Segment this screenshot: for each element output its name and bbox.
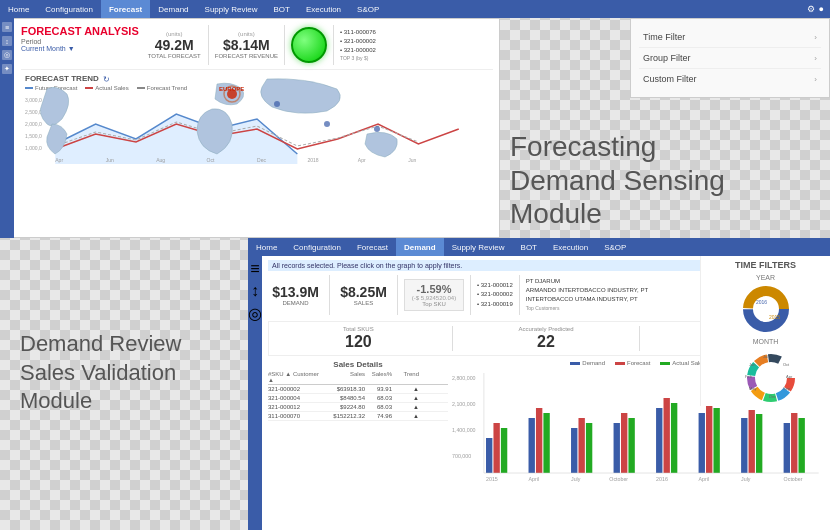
svg-text:2016: 2016 <box>756 299 767 305</box>
svg-rect-26 <box>486 438 492 473</box>
group-filter-item[interactable]: Group Filter › <box>639 48 821 69</box>
svg-text:Sep: Sep <box>783 386 791 391</box>
total-skus-value: 120 <box>273 333 444 351</box>
tool-icon-4[interactable]: ✦ <box>2 64 12 74</box>
svg-text:July: July <box>741 476 751 482</box>
tool-icon-2[interactable]: ↕ <box>2 36 12 46</box>
custom-filter-arrow: › <box>814 75 817 84</box>
change-value: -1.59% <box>410 283 458 295</box>
bottom-nav-forecast[interactable]: Forecast <box>349 238 396 256</box>
settings-icon[interactable]: ⚙ <box>807 4 815 14</box>
svg-rect-47 <box>784 423 790 473</box>
svg-text:2015: 2015 <box>486 476 498 482</box>
svg-rect-43 <box>713 408 719 473</box>
svg-rect-31 <box>543 413 549 473</box>
bottom-navigation: Home Configuration Forecast Demand Suppl… <box>248 238 830 256</box>
svg-text:April: April <box>699 476 710 482</box>
side-toolbar: ≡ ↕ ◎ ✦ <box>0 18 14 238</box>
svg-text:2,800,000: 2,800,000 <box>452 375 476 381</box>
demand-tool-3[interactable]: ◎ <box>248 304 262 323</box>
total-forecast-value: 49.2M <box>147 37 202 53</box>
svg-text:Oct: Oct <box>783 362 790 367</box>
bottom-nav-saop[interactable]: S&OP <box>596 238 634 256</box>
forecast-title: FORECAST ANALYSIS <box>21 25 139 38</box>
month-donut-chart[interactable]: Oct Apr Sep Dec May Feb Jun Jul <box>741 348 791 398</box>
svg-rect-46 <box>756 414 762 473</box>
svg-rect-32 <box>571 428 577 473</box>
forecasting-module-label: Forecasting Demand Sensing Module <box>510 130 725 231</box>
status-indicator <box>291 27 327 63</box>
demand-sidebar: ≡ ↕ ◎ <box>248 256 262 530</box>
bottom-nav-supply[interactable]: Supply Review <box>444 238 513 256</box>
month-filter-label: MONTH <box>705 338 826 345</box>
nav-demand[interactable]: Demand <box>150 0 196 18</box>
accurately-predicted-value: 22 <box>461 333 632 351</box>
svg-rect-48 <box>791 413 797 473</box>
custom-filter-item[interactable]: Custom Filter › <box>639 69 821 89</box>
demand-review-label: Demand Review Sales Validation Module <box>20 330 181 416</box>
svg-text:Jul: Jul <box>763 354 768 359</box>
forecast-period-label: Period <box>21 38 139 45</box>
svg-text:2016: 2016 <box>656 476 668 482</box>
time-filters-title: TIME FILTERS <box>705 260 826 270</box>
svg-point-17 <box>274 101 280 107</box>
bottom-nav-home[interactable]: Home <box>248 238 285 256</box>
bottom-nav-bot[interactable]: BOT <box>513 238 545 256</box>
forecast-revenue-value: $8.14M <box>215 37 278 53</box>
nav-supply-review[interactable]: Supply Review <box>197 0 266 18</box>
svg-rect-38 <box>656 408 662 473</box>
svg-text:Feb: Feb <box>745 374 753 379</box>
svg-rect-49 <box>798 418 804 473</box>
svg-text:1,400,000: 1,400,000 <box>452 427 476 433</box>
nav-configuration[interactable]: Configuration <box>37 0 101 18</box>
nav-home[interactable]: Home <box>0 0 37 18</box>
world-map: EUROPE <box>15 69 499 189</box>
table-row: 321-000012 $9224.80 68.03 ▲ <box>268 403 448 412</box>
svg-text:October: October <box>784 476 803 482</box>
demand-value: $13.9M <box>268 284 323 300</box>
svg-text:April: April <box>529 476 540 482</box>
svg-text:July: July <box>571 476 581 482</box>
demand-stat-demand: $13.9M DEMAND <box>268 284 323 306</box>
svg-rect-37 <box>628 418 634 473</box>
change-box: -1.59% (-$ 5,924520.04) Top SKU <box>404 279 464 311</box>
time-filters-panel: TIME FILTERS YEAR 2016 2015 MONTH Oct Ap… <box>700 256 830 406</box>
svg-point-18 <box>324 121 330 127</box>
bottom-nav-execution[interactable]: Execution <box>545 238 596 256</box>
tool-icon-3[interactable]: ◎ <box>2 50 12 60</box>
top-sku-list: • 311-000076 • 321-000002 • 321-000002 T… <box>340 28 376 63</box>
table-row: 321-000002 $63918.30 93.91 ▲ <box>268 385 448 394</box>
bottom-nav-demand[interactable]: Demand <box>396 238 444 256</box>
user-icon[interactable]: ● <box>819 4 824 14</box>
svg-text:Dec: Dec <box>769 394 776 399</box>
svg-rect-41 <box>699 413 705 473</box>
sales-table-header: #SKU ▲ Customer ▲ Sales Sales% Trend <box>268 371 448 385</box>
svg-text:700,000: 700,000 <box>452 453 471 459</box>
svg-text:May: May <box>749 386 757 391</box>
svg-rect-29 <box>529 418 535 473</box>
nav-saop[interactable]: S&OP <box>349 0 387 18</box>
total-skus-metric: Total SKUS 120 <box>273 326 444 351</box>
svg-rect-35 <box>614 423 620 473</box>
demand-tool-2[interactable]: ↕ <box>251 282 259 300</box>
svg-rect-27 <box>493 423 499 473</box>
svg-text:Jun: Jun <box>749 362 755 367</box>
svg-rect-45 <box>749 410 755 473</box>
tool-icon-1[interactable]: ≡ <box>2 22 12 32</box>
forecast-panel: FORECAST ANALYSIS Period Current Month ▼… <box>0 18 500 238</box>
bottom-nav-configuration[interactable]: Configuration <box>285 238 349 256</box>
nav-forecast[interactable]: Forecast <box>101 0 150 18</box>
demand-tool-1[interactable]: ≡ <box>250 260 259 278</box>
svg-rect-36 <box>621 413 627 473</box>
svg-text:2015: 2015 <box>769 314 780 320</box>
sales-value: $8.25M <box>336 284 391 300</box>
forecast-period-select[interactable]: Current Month ▼ <box>21 45 139 52</box>
nav-execution[interactable]: Execution <box>298 0 349 18</box>
nav-bot[interactable]: BOT <box>265 0 297 18</box>
svg-rect-42 <box>706 403 712 473</box>
top-navigation: Home Configuration Forecast Demand Suppl… <box>0 0 830 18</box>
year-donut-chart[interactable]: 2016 2015 <box>741 284 791 334</box>
svg-rect-28 <box>501 428 507 473</box>
svg-rect-44 <box>741 418 747 473</box>
time-filter-item[interactable]: Time Filter › <box>639 27 821 48</box>
